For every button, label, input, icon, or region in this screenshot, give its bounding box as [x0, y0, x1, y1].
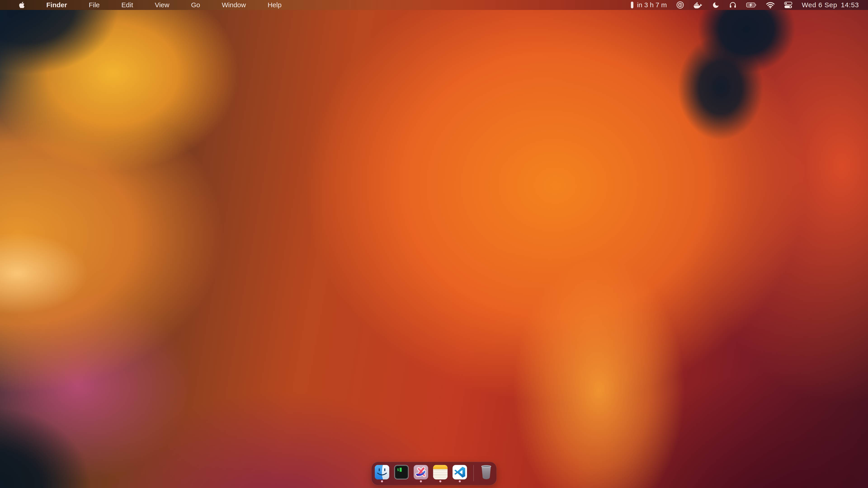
- dock-item-vscode[interactable]: [453, 465, 467, 480]
- dock-separator: [473, 465, 474, 481]
- running-indicator: [420, 480, 422, 482]
- apple-menu[interactable]: [19, 1, 25, 8]
- clock-time: 14:53: [841, 1, 859, 9]
- status-battery[interactable]: [746, 2, 756, 7]
- terminal-cursor: [400, 468, 402, 472]
- timer-bar-icon: [631, 2, 633, 8]
- wifi-icon: [766, 2, 775, 8]
- clock-date: Wed 6 Sep: [802, 1, 837, 9]
- docker-whale-icon: [693, 2, 703, 8]
- running-indicator: [439, 480, 441, 482]
- menu-bar-status: in 3 h 7 m: [631, 1, 859, 9]
- status-wifi[interactable]: [766, 2, 775, 8]
- onepassword-keyhole-icon: [676, 1, 684, 9]
- status-focus[interactable]: [712, 1, 719, 9]
- trash-icon: [480, 465, 492, 480]
- status-docker[interactable]: [693, 2, 703, 8]
- timer-label: in 3 h 7 m: [637, 1, 667, 9]
- menu-go[interactable]: Go: [191, 1, 200, 9]
- moon-focus-icon: [712, 1, 719, 9]
- dock: $: [371, 462, 497, 485]
- vscode-icon: [453, 465, 467, 480]
- status-1password[interactable]: [676, 1, 684, 9]
- headphones-icon: [729, 1, 737, 9]
- menu-bar-left: Finder File Edit View Go Window Help: [19, 1, 282, 9]
- dock-item-finder[interactable]: [375, 465, 389, 480]
- finder-icon: [375, 465, 389, 480]
- notes-ruled-lines: [433, 470, 447, 480]
- menu-edit[interactable]: Edit: [121, 1, 133, 9]
- wallpaper: [0, 0, 868, 488]
- status-audio[interactable]: [729, 1, 737, 9]
- menu-bar: Finder File Edit View Go Window Help in …: [0, 0, 868, 10]
- menu-view[interactable]: View: [155, 1, 169, 9]
- battery-charging-icon: [746, 2, 756, 7]
- menu-app-name[interactable]: Finder: [46, 1, 67, 9]
- menu-file[interactable]: File: [89, 1, 100, 9]
- status-clock[interactable]: Wed 6 Sep 14:53: [802, 1, 859, 9]
- running-indicator: [459, 480, 461, 482]
- dock-item-arc[interactable]: [414, 465, 428, 480]
- terminal-icon: $: [394, 465, 409, 480]
- dock-item-terminal[interactable]: $: [394, 465, 409, 480]
- running-indicator: [381, 480, 383, 482]
- dock-item-notes[interactable]: [433, 465, 447, 480]
- status-control-center[interactable]: [784, 2, 792, 8]
- status-timer[interactable]: in 3 h 7 m: [631, 1, 667, 9]
- trash-rim: [481, 465, 491, 468]
- terminal-prompt-text: $: [397, 467, 399, 472]
- apple-logo-icon: [19, 1, 25, 8]
- menu-help[interactable]: Help: [268, 1, 282, 9]
- menu-window[interactable]: Window: [222, 1, 246, 9]
- notes-icon: [433, 465, 447, 480]
- arc-browser-icon: [414, 465, 428, 480]
- control-center-icon: [784, 2, 792, 8]
- notes-yellow-band: [433, 465, 447, 469]
- dock-item-trash[interactable]: [480, 465, 492, 480]
